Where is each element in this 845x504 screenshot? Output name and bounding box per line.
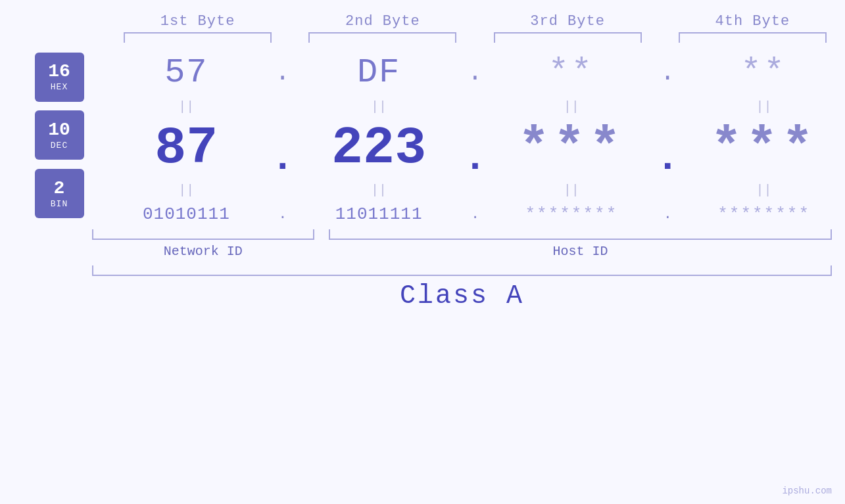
hex-b2: DF (357, 53, 400, 92)
eq2-c3: || (491, 183, 653, 198)
bin-b2: 11011111 (335, 204, 423, 224)
dec-dot1-cell: . (268, 119, 298, 178)
byte-headers-row: 1st Byte 2nd Byte 3rd Byte 4th Byte (0, 13, 845, 30)
dec-badge-label: DEC (51, 141, 68, 150)
bin-b1-cell: 01010111 (105, 204, 268, 224)
bin-badge-label: BIN (51, 199, 68, 209)
dec-dot2: . (463, 136, 487, 181)
main-grid: 16 HEX 10 DEC 2 BIN 57 . (0, 48, 845, 229)
bracket-4 (679, 32, 827, 43)
hex-badge-label: HEX (51, 82, 68, 92)
byte4-header: 4th Byte (660, 13, 845, 30)
bin-dot3-cell: . (652, 206, 683, 223)
class-label: Class A (92, 281, 832, 311)
equals-row-1: || || || || (105, 97, 845, 116)
bottom-section: Network ID Host ID Class A (0, 229, 845, 311)
dec-value-row: 87 . 223 . *** . *** (105, 116, 845, 181)
bracket-cell-2 (290, 32, 475, 43)
bracket-cell-3 (475, 32, 660, 43)
bin-dot2: . (471, 206, 479, 223)
hex-b1: 57 (164, 53, 208, 92)
dec-dot3-cell: . (652, 119, 683, 178)
hex-dot1-cell: . (268, 58, 298, 87)
dec-b3: *** (518, 118, 625, 178)
class-bracket (92, 265, 832, 276)
bin-b4: ******** (717, 204, 810, 224)
dec-dot1: . (271, 136, 295, 181)
dec-b4-cell: *** (683, 118, 845, 178)
badges-column: 16 HEX 10 DEC 2 BIN (13, 48, 105, 229)
eq2-c1: || (105, 183, 268, 198)
byte2-header: 2nd Byte (290, 13, 475, 30)
hex-badge: 16 HEX (35, 53, 84, 102)
eq1-c1: || (105, 99, 268, 114)
bracket-3 (494, 32, 642, 43)
bracket-cell-1 (105, 32, 290, 43)
bracket-2 (308, 32, 456, 43)
bin-value-row: 01010111 . 11011111 . ******** . (105, 199, 845, 229)
hex-b2-cell: DF (298, 53, 460, 92)
dec-badge-number: 10 (48, 120, 70, 141)
bin-b1: 01010111 (143, 204, 230, 224)
bin-b4-cell: ******** (683, 204, 845, 224)
eq1-c2: || (298, 99, 460, 114)
bin-b3-cell: ******** (491, 204, 653, 224)
bracket-1 (124, 32, 272, 43)
bin-dot1-cell: . (268, 206, 298, 223)
hex-b3: ** (548, 53, 594, 92)
bottom-bracket-row (92, 229, 832, 240)
hex-b4-cell: ** (683, 53, 845, 92)
hex-b3-cell: ** (491, 53, 653, 92)
network-id-label: Network ID (92, 244, 314, 259)
eq1-c3: || (491, 99, 653, 114)
bracket-cell-4 (660, 32, 845, 43)
dec-b1-cell: 87 (105, 118, 268, 178)
bin-dot2-cell: . (460, 206, 491, 223)
dec-dot2-cell: . (460, 119, 491, 178)
hex-dot1: . (275, 58, 290, 87)
bin-badge: 2 BIN (35, 169, 84, 218)
eq1-c4: || (683, 99, 845, 114)
bin-badge-number: 2 (54, 179, 65, 199)
host-id-label: Host ID (329, 244, 832, 259)
dec-b2: 223 (331, 118, 426, 178)
main-container: 1st Byte 2nd Byte 3rd Byte 4th Byte 16 H… (0, 0, 845, 504)
top-brackets (0, 32, 845, 43)
dec-b1: 87 (155, 118, 218, 178)
watermark: ipshu.com (782, 486, 832, 496)
equals-row-2: || || || || (105, 181, 845, 199)
host-bracket (329, 229, 832, 240)
hex-b1-cell: 57 (105, 53, 268, 92)
bin-dot1: . (278, 206, 287, 223)
hex-dot3: . (660, 58, 675, 87)
hex-dot3-cell: . (652, 58, 683, 87)
hex-value-row: 57 . DF . ** . ** (105, 48, 845, 97)
eq2-c2: || (298, 183, 460, 198)
bin-dot3: . (664, 206, 672, 223)
values-column: 57 . DF . ** . ** (105, 48, 845, 229)
dec-dot3: . (656, 136, 679, 181)
dec-b3-cell: *** (491, 118, 653, 178)
bin-b2-cell: 11011111 (298, 204, 460, 224)
eq2-c4: || (683, 183, 845, 198)
network-bracket (92, 229, 314, 240)
hex-dot2: . (468, 58, 483, 87)
dec-b4: *** (711, 118, 817, 178)
hex-dot2-cell: . (460, 58, 491, 87)
dec-badge: 10 DEC (35, 110, 84, 160)
byte3-header: 3rd Byte (475, 13, 660, 30)
hex-b4: ** (740, 53, 786, 92)
byte1-header: 1st Byte (105, 13, 290, 30)
dec-b2-cell: 223 (298, 118, 460, 178)
hex-badge-number: 16 (48, 62, 70, 82)
id-labels-row: Network ID Host ID (92, 244, 832, 259)
bin-b3: ******** (525, 204, 617, 224)
